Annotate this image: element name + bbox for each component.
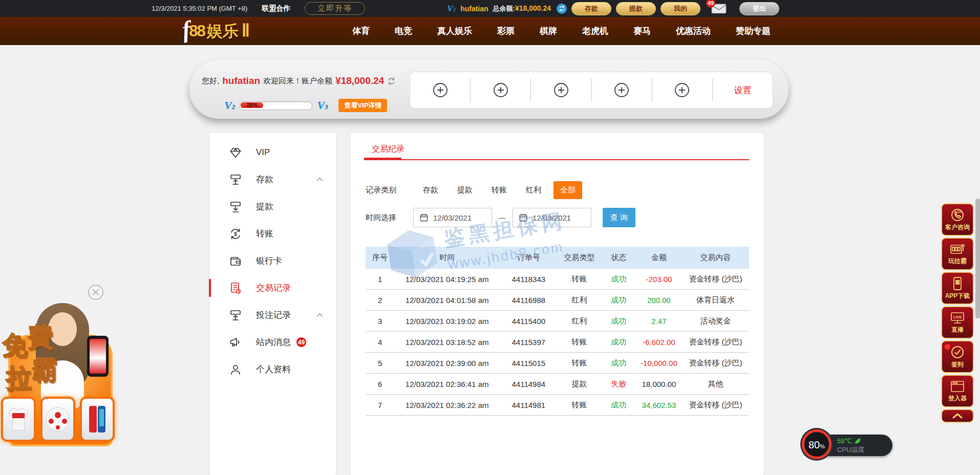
filter-withdraw[interactable]: 提款 <box>457 185 473 195</box>
mine-button[interactable]: 我的 <box>661 2 700 15</box>
refresh-balance-icon[interactable] <box>387 77 396 85</box>
quick-actions-box: 设置 <box>410 72 773 109</box>
vip-level-badge: V2 <box>447 4 456 14</box>
table-row: 2 12/03/2021 04:01:58 am 44116988 红利 成功 … <box>366 290 749 311</box>
status-badge: 失败 <box>602 379 636 389</box>
date-from-input[interactable]: 12/03/2021 <box>413 208 492 227</box>
cpu-monitor-widget: 80% 58℃ CPU温度 <box>818 435 892 456</box>
vip-progress-value: 28% <box>241 102 263 108</box>
nav-item-esports[interactable]: 电竞 <box>395 25 412 37</box>
nav-item-live-casino[interactable]: 真人娱乐 <box>437 25 472 37</box>
status-badge: 成功 <box>602 295 636 305</box>
add-slot-button-5[interactable] <box>652 72 712 108</box>
withdraw-button[interactable]: 提款 <box>616 2 656 15</box>
page-scrollbar-thumb[interactable] <box>975 199 980 318</box>
transfer-icon: $ <box>229 227 242 241</box>
browser-window-icon <box>950 380 965 393</box>
sidebar-item-bank-card[interactable]: 银行卡 <box>209 247 336 274</box>
nav-item-slots[interactable]: 老虎机 <box>582 25 608 37</box>
page: 12/3/2021 5:35:02 PM (GMT +8) 联盟合作 立即升等 … <box>0 0 980 475</box>
sidebar-item-messages[interactable]: 站内消息 49 <box>209 329 336 356</box>
table-row: 7 12/03/2021 02:36:22 am 44114981 转账 成功 … <box>366 395 749 416</box>
filter-transfer[interactable]: 转账 <box>492 185 507 195</box>
plus-circle-icon <box>614 82 629 98</box>
deposit-icon <box>229 173 242 186</box>
sidebar-item-transactions[interactable]: 交易记录 <box>209 274 336 301</box>
launcher-button[interactable]: 登入器 <box>941 375 974 407</box>
wallet-icon <box>229 254 242 268</box>
promo-close-button[interactable] <box>88 285 103 300</box>
add-slot-button-1[interactable] <box>410 72 470 108</box>
date-separator: — <box>492 213 513 222</box>
collapse-toolbar-button[interactable] <box>941 409 974 423</box>
promo-text: 霸 <box>32 357 57 383</box>
app-download-button[interactable]: APP下载 <box>941 272 974 305</box>
check-in-button[interactable]: 签到 <box>941 340 974 373</box>
deposit-button[interactable]: 存款 <box>571 2 611 15</box>
megaphone-icon <box>229 336 242 349</box>
transaction-panel: 交易纪录 记录类别 存款 提款 转账 红利 全部 时间选择 12/03/2021… <box>350 132 764 475</box>
tab-transaction-record[interactable]: 交易纪录 <box>372 144 404 155</box>
refresh-balance-button[interactable] <box>557 4 567 14</box>
nav-item-sponsorship[interactable]: 赞助专题 <box>736 25 771 37</box>
sidebar-item-deposit[interactable]: 存款 <box>209 166 336 193</box>
search-button[interactable]: 查 询 <box>603 208 635 227</box>
promo-slot-reels <box>0 397 121 442</box>
notification-dot <box>945 344 950 350</box>
tab-divider <box>364 159 749 160</box>
slots-button[interactable]: 玩拉霸 <box>941 238 974 270</box>
status-badge: 成功 <box>602 274 636 284</box>
chevron-up-icon <box>952 413 963 419</box>
chevron-up-icon <box>316 313 323 317</box>
nav-item-sports[interactable]: 体育 <box>352 25 370 37</box>
filter-deposit[interactable]: 存款 <box>423 185 438 195</box>
promo-phone-graphic <box>87 336 109 377</box>
free-slots-promo-banner[interactable]: 免 費 拉 霸 <box>0 303 121 452</box>
nav-item-promotions[interactable]: 优惠活动 <box>676 25 711 37</box>
status-badge: 成功 <box>602 400 636 410</box>
nav-item-board-games[interactable]: 棋牌 <box>540 25 557 37</box>
site-logo[interactable]: f88娱乐Ⅱ <box>182 19 250 40</box>
nav-item-lottery[interactable]: 彩票 <box>497 25 515 37</box>
vip-next-badge: V3 <box>317 99 328 112</box>
add-slot-button-3[interactable] <box>531 72 591 108</box>
datetime: 12/3/2021 5:35:02 PM (GMT +8) <box>152 5 247 12</box>
message-count-badge: 49 <box>296 337 306 347</box>
smartphone-icon <box>951 276 964 291</box>
calendar-icon <box>519 213 528 222</box>
tab-active-indicator <box>364 158 401 160</box>
vip-current-badge: V2 <box>224 99 235 112</box>
sidebar-item-transfer[interactable]: $ 转账 <box>209 220 336 247</box>
add-slot-button-4[interactable] <box>592 72 652 108</box>
logout-button[interactable]: 登出 <box>739 2 779 15</box>
filter-label: 记录类别 <box>366 185 396 195</box>
account-summary-strip: 您好, hufatian 欢迎回来！账户余额 ¥18,000.24 V2 28%… <box>189 60 789 119</box>
alliance-link[interactable]: 联盟合作 <box>262 4 290 13</box>
jersey-icon <box>6 406 31 433</box>
vip-gem-icon <box>229 146 242 159</box>
phone-prize-icon <box>88 405 106 434</box>
table-row: 6 12/03/2021 02:36:41 am 44114984 提款 失败 … <box>366 374 749 395</box>
status-badge: 成功 <box>602 358 636 368</box>
sidebar-item-vip[interactable]: VIP <box>209 139 336 166</box>
slot-machine-icon <box>950 243 965 256</box>
calendar-icon <box>419 213 429 222</box>
messages-button[interactable]: 49 <box>711 4 727 14</box>
sidebar-item-withdraw[interactable]: 提款 <box>209 193 336 220</box>
vip-detail-button[interactable]: 查看VIP详情 <box>338 99 387 112</box>
sidebar-item-profile[interactable]: 个人资料 <box>209 356 336 383</box>
add-slot-button-2[interactable] <box>471 72 530 108</box>
filter-bonus[interactable]: 红利 <box>526 185 541 195</box>
live-stream-button[interactable]: LIVE 直播 <box>941 306 974 339</box>
nav-item-horse-racing[interactable]: 赛马 <box>633 25 651 37</box>
upgrade-button[interactable]: 立即升等 <box>305 2 365 15</box>
live-monitor-icon: LIVE <box>950 311 965 325</box>
date-to-input[interactable]: 12/03/2021 <box>513 208 591 227</box>
svg-text:LIVE: LIVE <box>953 314 962 319</box>
settings-button[interactable]: 设置 <box>713 72 773 108</box>
football-icon <box>45 406 71 433</box>
customer-service-button[interactable]: 24 客户咨询 <box>941 203 974 236</box>
sidebar-item-betting-record[interactable]: 投注记录 <box>209 301 336 329</box>
username: hufatian <box>460 5 488 13</box>
filter-all[interactable]: 全部 <box>553 181 582 199</box>
